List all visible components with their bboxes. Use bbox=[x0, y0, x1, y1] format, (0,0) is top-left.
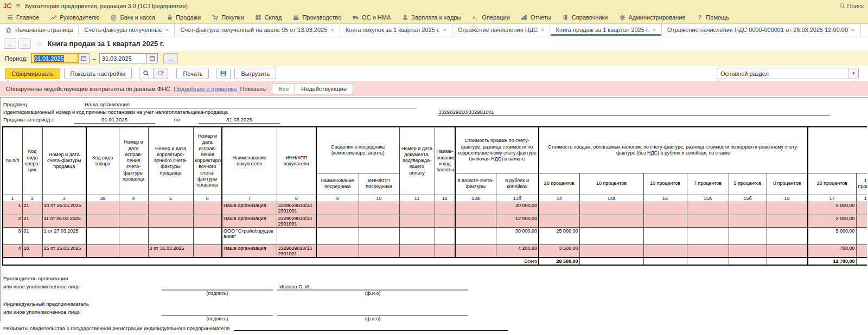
group-header-cost-with-vat: Стоимость продаж по счету-фактуре, разни… bbox=[455, 127, 539, 173]
seller-row: Продавец Наша организация bbox=[3, 101, 868, 108]
close-icon[interactable]: × bbox=[165, 27, 169, 33]
col-number: 5 bbox=[148, 195, 193, 202]
warning-details-link[interactable]: Подробнее о проверке bbox=[174, 86, 237, 92]
save-button[interactable] bbox=[216, 68, 231, 79]
question-icon: ? bbox=[696, 14, 703, 21]
coin-icon bbox=[110, 14, 117, 21]
fio-caption: (ф.и.о) bbox=[277, 291, 468, 298]
chevron-down-icon[interactable]: ▼ bbox=[848, 68, 858, 79]
total-vat-20: 12 700,00 bbox=[808, 257, 856, 265]
warning-text: Обнаружены недействующие контрагенты по … bbox=[6, 86, 170, 92]
table-row[interactable]: 22111 от 26.03.2025 Наша организация3329… bbox=[3, 215, 867, 227]
col-header: в валюте счета-фактуры bbox=[455, 173, 496, 195]
total-row[interactable]: Всего 28 500,00 12 700,00 bbox=[3, 257, 867, 265]
close-icon[interactable]: × bbox=[653, 27, 656, 33]
gear-icon bbox=[619, 14, 626, 21]
generate-button[interactable]: Сформировать bbox=[5, 68, 60, 79]
menu-item-help[interactable]: ? Помощь bbox=[691, 11, 735, 23]
group-header-cost-no-vat: Стоимость продаж, облагаемых налогом, по… bbox=[539, 127, 808, 173]
menu-label: Главное bbox=[16, 14, 39, 21]
period-to-input[interactable]: 31.03.2025 bbox=[99, 53, 147, 63]
close-icon[interactable]: × bbox=[541, 27, 544, 33]
menu-item-salary[interactable]: Зарплата и кадры bbox=[396, 11, 467, 23]
calendar-button[interactable] bbox=[79, 53, 90, 63]
head-of-org-label: Руководитель организации bbox=[3, 274, 868, 282]
menu-label: Администрирование bbox=[629, 14, 686, 21]
close-icon[interactable]: × bbox=[443, 27, 446, 33]
authorized-person-label-2: или иное уполномоченное лицо bbox=[3, 308, 162, 316]
machine-icon bbox=[292, 14, 299, 21]
authorized-person-label: или иное уполномоченное лицо bbox=[3, 282, 162, 291]
sales-book-grid[interactable]: № п/п Код вида опера-ции Номер и дата сч… bbox=[1, 126, 867, 266]
menu-item-operations[interactable]: Ат Операции bbox=[467, 11, 515, 23]
signature-caption: (подпись) bbox=[162, 291, 273, 298]
col-header: 20 процентов bbox=[539, 173, 579, 195]
menu-item-sales[interactable]: Продажи bbox=[161, 11, 206, 23]
menu-label: Покупки bbox=[221, 14, 244, 21]
menu-item-reports[interactable]: Отчеты bbox=[515, 11, 557, 23]
forward-button[interactable]: → bbox=[18, 38, 31, 49]
col-number: 17 bbox=[808, 195, 856, 202]
floppy-disk-icon bbox=[220, 70, 227, 77]
show-all-button[interactable]: Все bbox=[272, 83, 295, 94]
calendar-icon bbox=[149, 55, 155, 61]
tab-sales-book[interactable]: Книга продаж за 1 квартал 2025 г. × bbox=[550, 24, 662, 36]
menu-item-purchases[interactable]: Покупки bbox=[206, 11, 249, 23]
show-settings-button[interactable]: Показать настройки bbox=[64, 68, 132, 79]
col-header: ИНН/КПП посредника bbox=[359, 173, 399, 195]
global-search[interactable]: Поиск bbox=[839, 3, 865, 9]
col-number: 14 bbox=[539, 195, 579, 202]
menu-item-manager[interactable]: Руководителю bbox=[44, 11, 105, 23]
menu-item-assets[interactable]: ОС и НМА bbox=[347, 11, 396, 23]
col-number: 3а bbox=[86, 195, 119, 202]
menu-item-directories[interactable]: Справочники bbox=[557, 11, 614, 23]
menu-label: Производство bbox=[302, 14, 341, 21]
show-inactive-button[interactable]: Недействующие bbox=[295, 83, 353, 94]
sales-period-label: Продажа за период с bbox=[3, 116, 74, 124]
person-icon bbox=[401, 14, 409, 21]
trend-arrow-icon bbox=[50, 14, 57, 21]
boxes-grid-icon bbox=[255, 14, 262, 21]
menu-item-warehouse[interactable]: Склад bbox=[250, 11, 288, 23]
tab-purchase-book[interactable]: Книга покупок за 1 квартал 2025 г. × bbox=[340, 24, 452, 36]
tab-home[interactable]: Начальная страница bbox=[0, 24, 79, 36]
section-combobox[interactable]: Основной раздел ▼ bbox=[717, 68, 859, 79]
close-icon[interactable]: × bbox=[330, 27, 334, 33]
tab-invoices-received[interactable]: Счета-фактуры полученные × bbox=[79, 24, 175, 36]
col-header: 20 процентов bbox=[808, 173, 856, 195]
menu-item-production[interactable]: Производство bbox=[287, 11, 347, 23]
main-menu-burger-icon[interactable]: ≡ bbox=[16, 2, 21, 10]
magnifier-cancel-icon bbox=[157, 70, 164, 77]
menu-item-bank[interactable]: Банк и касса bbox=[105, 11, 161, 23]
menu-item-administration[interactable]: Администрирование bbox=[614, 11, 691, 23]
cancel-find-button[interactable] bbox=[154, 68, 168, 79]
entrepreneur-label: Индивидуальный предприниматель bbox=[3, 300, 868, 308]
period-from-input[interactable]: 01.01.2025 bbox=[31, 53, 79, 63]
col-header: 7 процентов bbox=[687, 173, 729, 195]
menu-item-main[interactable]: Главное bbox=[1, 11, 44, 23]
sections-menu: Главное Руководителю Банк и касса Продаж… bbox=[0, 11, 868, 24]
col-number: 15б bbox=[729, 195, 767, 202]
menu-label: Склад bbox=[265, 14, 282, 21]
table-row[interactable]: 3011 от 27.03.2025 ООО "Стройоборудовани… bbox=[3, 227, 867, 244]
period-more-button[interactable]: ... bbox=[163, 53, 178, 63]
tab-invoice-advance-95[interactable]: Счет-фактура полученный на аванс 95 от 1… bbox=[175, 24, 340, 36]
back-button[interactable]: ← bbox=[4, 38, 16, 49]
find-button[interactable] bbox=[139, 68, 154, 79]
table-row[interactable]: 12110 от 26.03.2025 Наша организация3329… bbox=[3, 202, 867, 215]
table-row[interactable]: 41825 от 25.03.2025 3 от 31.03.2025 Наша… bbox=[3, 244, 867, 257]
tab-vat-reflection-document[interactable]: Отражение начисления НДС 0000-000001 от … bbox=[662, 24, 860, 36]
tab-vat-reflection[interactable]: Отражение начисления НДС × bbox=[452, 24, 551, 36]
truck-icon bbox=[352, 14, 359, 21]
calendar-button[interactable] bbox=[147, 53, 158, 63]
favorite-star-icon[interactable]: ☆ bbox=[36, 40, 43, 48]
close-icon[interactable]: × bbox=[851, 27, 854, 33]
registration-certificate-line bbox=[234, 325, 508, 331]
menu-label: Справочники bbox=[572, 14, 608, 21]
print-button[interactable]: Печать bbox=[176, 68, 209, 79]
col-number: 12 bbox=[435, 195, 455, 202]
group-header-vat-sum bbox=[808, 127, 867, 173]
menu-label: Зарплата и кадры bbox=[411, 14, 461, 21]
tab-label: Счета-фактуры полученные bbox=[84, 27, 162, 33]
export-button[interactable]: Выгрузить bbox=[234, 68, 276, 79]
